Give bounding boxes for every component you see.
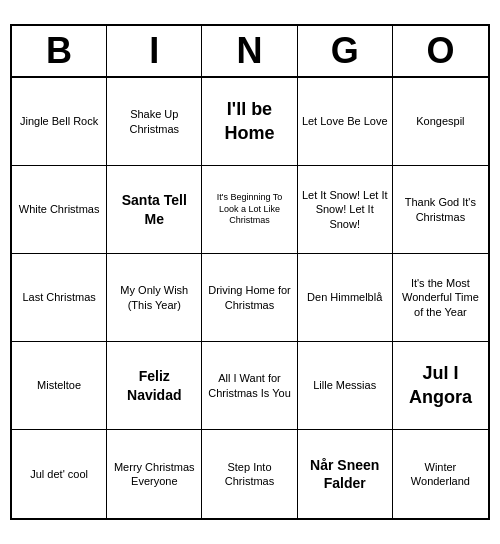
bingo-cell-8: Let It Snow! Let It Snow! Let It Snow!: [298, 166, 393, 254]
bingo-cell-9: Thank God It's Christmas: [393, 166, 488, 254]
bingo-card: BINGO Jingle Bell RockShake Up Christmas…: [10, 24, 490, 520]
bingo-cell-11: My Only Wish (This Year): [107, 254, 202, 342]
bingo-cell-3: Let Love Be Love: [298, 78, 393, 166]
bingo-cell-18: Lille Messias: [298, 342, 393, 430]
bingo-cell-0: Jingle Bell Rock: [12, 78, 107, 166]
bingo-cell-6: Santa Tell Me: [107, 166, 202, 254]
bingo-cell-1: Shake Up Christmas: [107, 78, 202, 166]
bingo-cell-17: All I Want for Christmas Is You: [202, 342, 297, 430]
bingo-cell-24: Winter Wonderland: [393, 430, 488, 518]
bingo-cell-19: Jul I Angora: [393, 342, 488, 430]
bingo-cell-20: Jul det' cool: [12, 430, 107, 518]
bingo-cell-16: Feliz Navidad: [107, 342, 202, 430]
bingo-letter-i: I: [107, 26, 202, 76]
bingo-cell-22: Step Into Christmas: [202, 430, 297, 518]
bingo-cell-5: White Christmas: [12, 166, 107, 254]
bingo-letter-n: N: [202, 26, 297, 76]
bingo-cell-2: I'll be Home: [202, 78, 297, 166]
bingo-cell-12: Driving Home for Christmas: [202, 254, 297, 342]
bingo-letter-g: G: [298, 26, 393, 76]
bingo-cell-7: It's Beginning To Look a Lot Like Christ…: [202, 166, 297, 254]
bingo-cell-21: Merry Christmas Everyone: [107, 430, 202, 518]
bingo-letter-o: O: [393, 26, 488, 76]
bingo-grid: Jingle Bell RockShake Up ChristmasI'll b…: [12, 78, 488, 518]
bingo-cell-15: Misteltoe: [12, 342, 107, 430]
bingo-cell-23: Når Sneen Falder: [298, 430, 393, 518]
bingo-cell-10: Last Christmas: [12, 254, 107, 342]
bingo-cell-14: It's the Most Wonderful Time of the Year: [393, 254, 488, 342]
bingo-header: BINGO: [12, 26, 488, 78]
bingo-cell-4: Kongespil: [393, 78, 488, 166]
bingo-cell-13: Den Himmelblå: [298, 254, 393, 342]
bingo-letter-b: B: [12, 26, 107, 76]
